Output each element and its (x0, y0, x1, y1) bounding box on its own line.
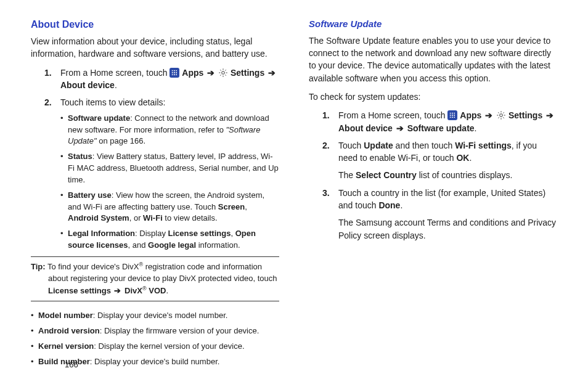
software-update-intro: The Software Update feature enables you … (309, 35, 557, 84)
svg-point-0 (222, 71, 225, 74)
settings-gear-icon (496, 110, 506, 120)
left-step-1: 1. From a Home screen, touch Apps ➔ Sett… (31, 67, 279, 92)
svg-point-1 (500, 114, 503, 117)
software-update-heading: Software Update (309, 17, 557, 31)
left-column: About Device View information about your… (31, 17, 279, 372)
page-number: 166 (65, 359, 78, 371)
check-line: To check for system updates: (309, 91, 557, 103)
apps-icon (169, 68, 179, 78)
right-step-1: 1. From a Home screen, touch Apps ➔ Sett… (309, 109, 557, 134)
bullet-software-update: Software update: Connect to the network … (60, 113, 279, 148)
tip-box: Tip: To find your device's DivX® registr… (31, 256, 279, 301)
apps-icon (447, 110, 457, 120)
manual-page: About Device View information about your… (31, 17, 557, 380)
bullet-model-number: Model number: Display your device's mode… (31, 310, 279, 322)
bullet-legal-information: Legal Information: Display License setti… (60, 228, 279, 251)
bullet-status: Status: View Battery status, Battery lev… (60, 151, 279, 186)
about-device-heading: About Device (31, 17, 279, 31)
settings-gear-icon (218, 68, 228, 78)
bullet-kernel-version: Kernel version: Display the kernel versi… (31, 341, 279, 353)
right-step-2: 2. Touch Update and then touch Wi-Fi set… (309, 139, 557, 165)
right-column: Software Update The Software Update feat… (309, 17, 557, 372)
right-step-3-followup: The Samsung account Terms and conditions… (309, 216, 557, 242)
right-step-2-followup: The Select Country list of countries dis… (309, 169, 557, 181)
bullet-battery-use: Battery use: View how the screen, the An… (60, 190, 279, 225)
left-step-2: 2. Touch items to view details: Software… (31, 96, 279, 251)
bullet-android-version: Android version: Display the firmware ve… (31, 325, 279, 337)
about-device-intro: View information about your device, incl… (31, 35, 279, 60)
right-step-3: 3. Touch a country in the list (for exam… (309, 187, 557, 212)
